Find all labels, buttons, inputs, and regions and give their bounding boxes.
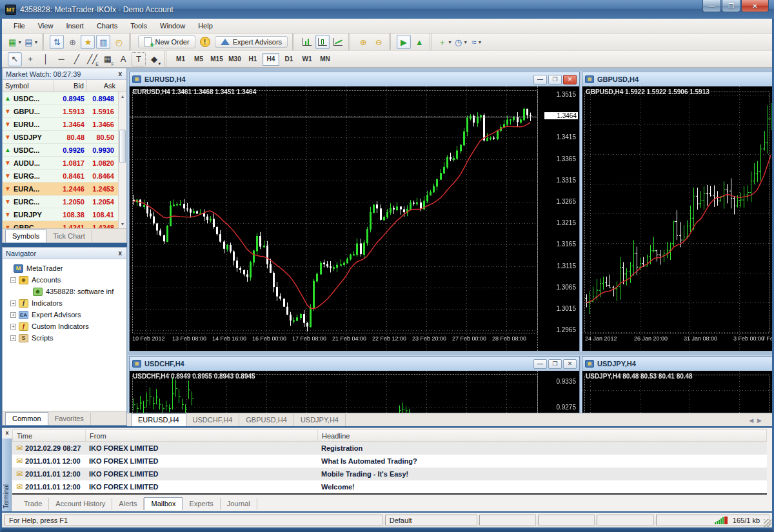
mail-row[interactable]: ✉2012.02.29 08:27 IKO FOREX LIMITED Regi… [12, 442, 767, 455]
tree-item[interactable]: + EA Expert Advisors [3, 309, 126, 320]
chart-area-gbpusd[interactable]: GBPUSD,H4 1.5922 1.5922 1.5906 1.5913 24… [582, 86, 772, 351]
terminal-side-strip[interactable]: Terminal [2, 438, 12, 511]
chart-close-button[interactable]: ✕ [563, 359, 577, 369]
strategy-tester-button[interactable]: ◴ [112, 35, 126, 49]
navigator-tab[interactable]: Favorites [48, 413, 91, 425]
market-watch-button[interactable]: ⇅ [50, 35, 64, 49]
tab-scroll-left-icon[interactable]: ◀ [749, 417, 757, 424]
text-label-tool[interactable]: T [132, 52, 146, 66]
market-watch-row[interactable]: ▼EURC... 1.2050 1.2054 [3, 195, 118, 208]
headline-column-header[interactable]: Headline [318, 430, 766, 441]
market-watch-row[interactable]: ▼USDJPY 80.48 80.50 [3, 131, 118, 144]
horizontal-line-tool[interactable]: ─ [54, 52, 68, 66]
zoom-out-button[interactable]: ⊖ [372, 35, 386, 49]
menu-item[interactable]: Charts [90, 20, 124, 32]
market-watch-row[interactable]: ▼EURG... 0.8461 0.8464 [3, 170, 118, 182]
gbpusd-chart-canvas[interactable] [582, 86, 771, 351]
eurusd-chart-canvas[interactable] [130, 86, 579, 351]
tree-item[interactable]: + S Scripts [3, 332, 126, 344]
bar-chart-mode-button[interactable] [300, 35, 314, 49]
chevron-down-icon[interactable]: ▼ [448, 40, 452, 44]
chart-window-titlebar[interactable]: ▦ EURUSD,H4 — ❐ ✕ [130, 72, 579, 86]
timeframe-button[interactable]: H1 [244, 53, 261, 66]
chevron-down-icon[interactable]: ▼ [34, 40, 39, 44]
bid-column-header[interactable]: Bid [54, 80, 87, 92]
line-chart-mode-button[interactable] [331, 35, 345, 49]
ask-column-header[interactable]: Ask [87, 80, 118, 92]
chart-tab[interactable]: USDJPY,H4 [294, 414, 346, 426]
chart-window-titlebar[interactable]: ▦ USDJPY,H4 [582, 357, 772, 371]
cursor-tool[interactable]: ↖ [8, 52, 22, 66]
terminal-tab[interactable]: Trade [17, 498, 49, 510]
timeframe-button[interactable]: M15 [208, 53, 225, 66]
trendline-tool[interactable]: ╱ [70, 52, 84, 66]
terminal-tab[interactable]: Account History [49, 498, 112, 510]
close-icon[interactable]: x [117, 70, 123, 77]
tree-item[interactable]: + ƒ Custom Indicators [3, 320, 126, 332]
menu-item[interactable]: File [7, 20, 32, 32]
close-button[interactable]: ✕ [741, 0, 769, 12]
crosshair-tool[interactable]: + [23, 52, 37, 66]
menu-item[interactable]: Window [154, 20, 192, 32]
tree-item[interactable]: M MetaTrader [3, 262, 126, 274]
timeframe-button[interactable]: H4 [263, 53, 279, 66]
market-watch-tab[interactable]: Symbols [5, 230, 46, 242]
tree-expander-icon[interactable]: + [10, 324, 16, 330]
zoom-in-button[interactable]: ⊕ [356, 35, 370, 49]
timeframe-button[interactable]: MN [317, 53, 333, 66]
chart-shift-button[interactable]: ▲ [412, 35, 426, 49]
tree-expander-icon[interactable]: + [10, 300, 16, 306]
navigator-tab[interactable]: Common [5, 412, 48, 425]
tree-item[interactable]: ☻ 4358828: software inf [3, 286, 126, 297]
new-chart-button[interactable]: ▦▼ [8, 35, 23, 49]
terminal-tab[interactable]: Mailbox [144, 497, 183, 510]
chart-tab[interactable]: EURUSD,H4 [131, 413, 186, 426]
fibonacci-tool[interactable]: ▦ F [101, 52, 115, 66]
market-watch-row[interactable]: ▼GBPU... 1.5913 1.5916 [3, 105, 118, 118]
terminal-tab[interactable]: Alerts [112, 498, 144, 510]
tree-expander-icon[interactable]: − [10, 277, 16, 283]
tree-item[interactable]: − ☻ Accounts [3, 274, 126, 286]
scroll-up-icon[interactable]: ▲ [119, 92, 126, 101]
chevron-down-icon[interactable]: ▼ [477, 40, 482, 44]
chart-restore-button[interactable]: ❐ [548, 359, 562, 369]
terminal-button[interactable]: ▥ [96, 35, 110, 49]
terminal-close-icon[interactable]: x [3, 429, 11, 437]
chart-restore-button[interactable]: ❐ [548, 75, 562, 84]
mail-row[interactable]: ✉2011.01.01 12:00 IKO FOREX LIMITED Mobi… [12, 468, 767, 480]
symbol-column-header[interactable]: Symbol [3, 80, 54, 92]
chart-window-gbpusd[interactable]: ▦ GBPUSD,H4 GBPUSD,H4 1.5922 1.5922 1.59… [582, 72, 772, 351]
templates-button[interactable]: ≈▼ [470, 35, 484, 49]
maximize-button[interactable]: ❐ [722, 0, 740, 12]
mail-row[interactable]: ✉2011.01.01 12:00 IKO FOREX LIMITED Welc… [12, 480, 767, 493]
navigator-header[interactable]: Navigator x [3, 248, 126, 259]
market-watch-scrollbar[interactable]: ▲ ▼ [118, 92, 126, 228]
market-watch-header[interactable]: Market Watch: 08:27:39 x [3, 68, 126, 80]
terminal-tab[interactable]: Experts [183, 498, 220, 510]
market-watch-row[interactable]: ▲USDC... 0.8945 0.8948 [3, 92, 118, 105]
text-tool[interactable]: A [116, 52, 130, 66]
timeframe-button[interactable]: M30 [226, 53, 243, 66]
tree-expander-icon[interactable]: + [10, 335, 16, 341]
arrows-tool[interactable]: ◆ ▾ [147, 52, 161, 66]
chart-area-eurusd[interactable]: EURUSD,H4 1.3461 1.3468 1.3451 1.3464 1.… [130, 86, 579, 351]
profiles-button[interactable]: ▤▼ [24, 35, 39, 49]
scroll-down-icon[interactable]: ▼ [119, 220, 126, 228]
chart-window-eurusd[interactable]: ▦ EURUSD,H4 — ❐ ✕ EURUSD,H4 1.3461 1.346… [129, 72, 580, 351]
auto-scroll-button[interactable]: ▶ [397, 35, 411, 49]
menu-item[interactable]: Help [192, 20, 219, 32]
add-indicator-button[interactable]: ＋▼ [437, 35, 453, 49]
expert-advisors-button[interactable]: Expert Advisors [215, 36, 288, 48]
market-watch-row[interactable]: ▼EURJPY 108.38 108.41 [3, 208, 118, 221]
resize-grip[interactable] [764, 519, 771, 527]
chart-close-button[interactable]: ✕ [563, 75, 577, 84]
from-column-header[interactable]: From [86, 430, 318, 441]
timeframe-button[interactable]: W1 [299, 53, 315, 66]
close-icon[interactable]: x [117, 250, 123, 257]
market-watch-tab[interactable]: Tick Chart [46, 230, 92, 242]
time-column-header[interactable]: Time [13, 430, 86, 441]
new-order-button[interactable]: New Order [138, 35, 195, 48]
scrollbar-thumb[interactable] [119, 130, 126, 163]
chevron-down-icon[interactable]: ▼ [17, 40, 22, 44]
title-bar[interactable]: MT 4358828: MetaTrader-IKOfx - Demo Acco… [0, 0, 774, 19]
